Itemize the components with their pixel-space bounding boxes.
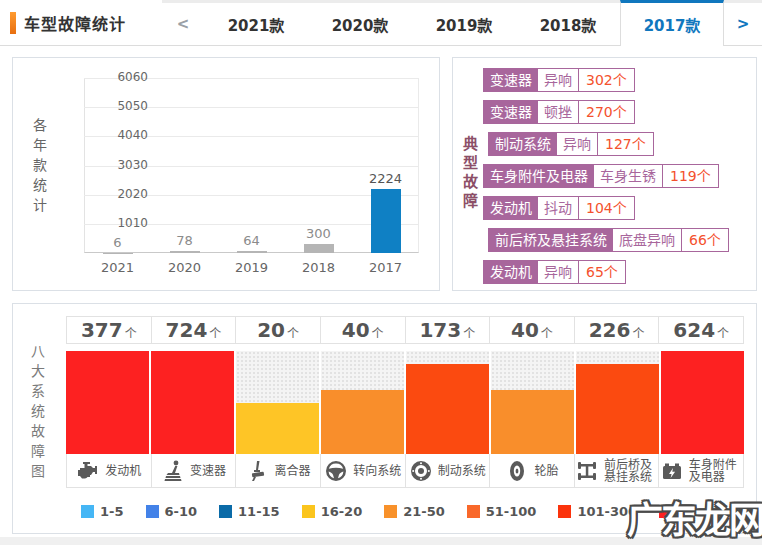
system-label-cell: 轮胎 xyxy=(490,454,575,488)
typical-fault-item[interactable]: 发动机 抖动 104个 xyxy=(483,196,635,220)
system-bar-变速器[interactable] xyxy=(151,351,234,454)
count-unit: 个 xyxy=(372,324,384,341)
next-arrow-icon[interactable]: > xyxy=(724,0,762,45)
typical-fault-item[interactable]: 制动系统 异响 127个 xyxy=(488,132,654,156)
fault-type-label: 异响 xyxy=(538,69,579,91)
system-bar-发动机[interactable] xyxy=(66,351,149,454)
system-count-cell: 40 个 xyxy=(490,316,575,344)
legend-label: 51-100 xyxy=(486,504,537,519)
typical-fault-item[interactable]: 发动机 异响 65个 xyxy=(483,260,626,284)
count-unit: 个 xyxy=(287,324,299,341)
legend-label: 16-20 xyxy=(321,504,363,519)
systems-bar-row xyxy=(66,351,744,454)
fault-system-label: 发动机 xyxy=(484,197,538,219)
tab-2020款[interactable]: 2020款 xyxy=(308,0,412,45)
system-bar-制动系统[interactable] xyxy=(406,364,489,454)
legend-swatch xyxy=(467,505,480,518)
y-axis-tick-label: 4040 xyxy=(88,128,148,142)
year-bar-2021[interactable] xyxy=(103,253,133,254)
legend-label: 21-50 xyxy=(403,504,445,519)
system-count-cell: 173 个 xyxy=(406,316,491,344)
system-name-label: 前后桥及悬挂系统 xyxy=(604,459,658,483)
system-count-cell: 20 个 xyxy=(236,316,321,344)
system-fault-count: 226 xyxy=(589,318,631,342)
fault-count: 119个 xyxy=(663,165,718,187)
x-axis-label: 2020 xyxy=(151,260,218,275)
legend-label: 11-15 xyxy=(238,504,280,519)
fault-system-label: 制动系统 xyxy=(489,133,557,155)
systems-icon-row: 发动机 变速器 离合器 转向系统 制动系统 轮胎 前后桥及悬挂系统 车身附件及电… xyxy=(66,454,744,488)
system-bar-车身附件及电器[interactable] xyxy=(661,351,744,454)
fault-type-label: 抖动 xyxy=(538,197,579,219)
system-bar-前后桥及悬挂系统[interactable] xyxy=(576,364,659,454)
system-bar-track xyxy=(659,351,744,454)
system-name-label: 轮胎 xyxy=(534,465,558,477)
typical-faults-panel: 典型故障 变速器 异响 302个 变速器 顿挫 270个 制动系统 异响 127… xyxy=(452,57,757,291)
brake-icon xyxy=(409,459,433,483)
legend-item: 1-5 xyxy=(81,504,124,519)
system-count-cell: 624 个 xyxy=(659,316,744,344)
y-axis-tick-label: 6060 xyxy=(88,70,148,84)
legend-swatch xyxy=(146,505,159,518)
fault-count: 104个 xyxy=(579,197,634,219)
legend-item: 21-50 xyxy=(384,504,445,519)
system-fault-count: 40 xyxy=(511,318,539,342)
year-bar-value: 300 xyxy=(286,226,352,241)
system-label-cell: 前后桥及悬挂系统 xyxy=(575,454,660,488)
legend-swatch xyxy=(302,505,315,518)
tab-2017款[interactable]: 2017款 xyxy=(620,0,724,46)
fault-count: 65个 xyxy=(579,261,625,283)
typical-fault-item[interactable]: 前后桥及悬挂系统 底盘异响 66个 xyxy=(488,228,729,252)
year-bar-2017[interactable] xyxy=(371,189,401,253)
legend-item: 101-300 xyxy=(558,504,637,519)
system-name-label: 制动系统 xyxy=(438,465,486,477)
fault-type-label: 异响 xyxy=(557,133,598,155)
x-axis-label: 2017 xyxy=(352,260,419,275)
legend-item: 16-20 xyxy=(302,504,363,519)
year-bar-value: 6 xyxy=(85,235,151,250)
legend-swatch xyxy=(81,505,94,518)
legend-label: 1-5 xyxy=(100,504,124,519)
fault-count: 66个 xyxy=(682,229,728,251)
system-fault-count: 173 xyxy=(419,318,461,342)
year-bar-value: 78 xyxy=(152,233,218,248)
system-bar-转向系统[interactable] xyxy=(321,390,404,454)
fault-system-label: 车身附件及电器 xyxy=(484,165,594,187)
year-bar-2020[interactable] xyxy=(170,251,200,253)
typical-fault-item[interactable]: 变速器 异响 302个 xyxy=(483,68,635,92)
typical-faults-side-label: 典型故障 xyxy=(459,136,480,212)
tab-2019款[interactable]: 2019款 xyxy=(412,0,516,45)
system-bar-离合器[interactable] xyxy=(236,403,319,455)
steering-wheel-icon xyxy=(324,459,348,483)
fault-system-label: 变速器 xyxy=(484,69,538,91)
tab-2018款[interactable]: 2018款 xyxy=(516,0,620,45)
fault-type-label: 车身生锈 xyxy=(594,165,663,187)
clutch-icon xyxy=(246,459,270,483)
system-bar-轮胎[interactable] xyxy=(491,390,574,454)
fault-system-label: 变速器 xyxy=(484,101,538,123)
eight-systems-side-label: 八大系统故障图 xyxy=(27,344,47,484)
typical-fault-item[interactable]: 变速器 顿挫 270个 xyxy=(483,100,635,124)
systems-count-row: 377 个 724 个 20 个 40 个 173 个 40 个 226 个 6… xyxy=(66,316,744,344)
typical-fault-item[interactable]: 车身附件及电器 车身生锈 119个 xyxy=(483,164,719,188)
system-bar-track xyxy=(149,351,234,454)
legend-swatch xyxy=(384,505,397,518)
year-bar-2018[interactable] xyxy=(304,244,334,253)
count-unit: 个 xyxy=(463,324,475,341)
x-axis-label: 2021 xyxy=(84,260,151,275)
count-unit: 个 xyxy=(541,324,553,341)
system-label-cell: 发动机 xyxy=(66,454,152,488)
legend-item: 11-15 xyxy=(219,504,280,519)
tab-strip: 2021款2020款2019款2018款2017款 xyxy=(204,0,724,45)
system-count-cell: 226 个 xyxy=(575,316,660,344)
system-label-cell: 车身附件及电器 xyxy=(659,454,744,488)
prev-arrow-icon[interactable]: < xyxy=(162,0,204,45)
tab-2021款[interactable]: 2021款 xyxy=(204,0,308,45)
y-axis-tick-label: 2020 xyxy=(88,187,148,201)
fault-count: 127个 xyxy=(598,133,653,155)
year-bar-2019[interactable] xyxy=(237,251,267,253)
legend-item: 51-100 xyxy=(467,504,537,519)
count-unit: 个 xyxy=(125,324,137,341)
transmission-icon xyxy=(161,459,185,483)
fault-system-label: 前后桥及悬挂系统 xyxy=(489,229,613,251)
